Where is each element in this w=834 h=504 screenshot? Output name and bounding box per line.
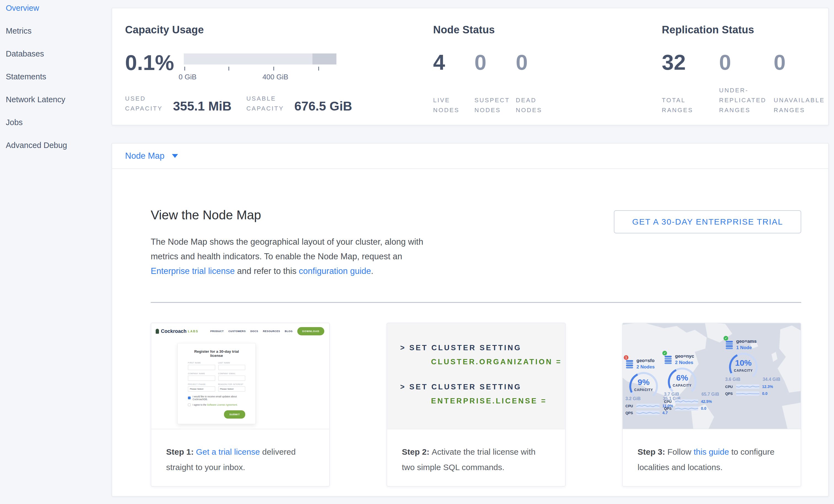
step-2-card: > SET CLUSTER SETTING CLUSTER.ORGANIZATI… [387, 323, 566, 487]
node-map-panel: Node Map View the Node Map The Node Map … [112, 143, 829, 497]
mini-text-input [218, 376, 245, 381]
configuration-guide-link[interactable]: configuration guide [299, 266, 371, 276]
dead-nodes-value: 0 [516, 51, 557, 73]
mini-select-input: Please Select [218, 386, 245, 392]
sidebar-item-databases[interactable]: Databases [6, 50, 112, 58]
capacity-gauge: 9% CAPACITY [629, 372, 658, 398]
mini-select-input: Please Select [188, 386, 215, 392]
sql-enterprise-license: ENTERPRISE.LICENSE = [431, 397, 565, 406]
axis-tick [318, 67, 319, 70]
registration-page-screenshot: Cockroach LABS PRODUCT CUSTOMERS DOCS RE… [151, 323, 329, 429]
mini-checkbox-email-updates: I would like to receive email updates ab… [188, 395, 245, 401]
mini-registration-form: Register for a 30-day trial license FIRS… [177, 343, 256, 424]
qps-value: 0.0 [762, 391, 767, 396]
mini-nav-docs: DOCS [250, 330, 258, 333]
mini-form-title: Register for a 30-day trial license [188, 349, 245, 358]
locality-node-count: 2 Nodes [675, 360, 721, 366]
mini-field-label: REASON FOR INTEREST [218, 383, 245, 385]
mini-nav-blog: BLOG [285, 330, 292, 333]
gauge-percent: 10% [729, 358, 758, 368]
caret-down-icon [172, 154, 178, 158]
step-1-card: Cockroach LABS PRODUCT CUSTOMERS DOCS RE… [151, 323, 330, 487]
gauge-label: CAPACITY [668, 384, 697, 388]
sidebar-item-overview[interactable]: Overview [6, 4, 112, 12]
qps-sparkline [736, 391, 759, 396]
cluster-summary-panel: Capacity Usage 0.1% 0 GiB 400 GiB [112, 8, 829, 125]
mini-submit-button: SUBMIT [224, 410, 245, 419]
mini-checkbox-license: I agree to the Software License Agreemen… [188, 403, 245, 406]
gauge-percent: 9% [629, 377, 658, 387]
mini-field-reason: REASON FOR INTEREST Please Select [218, 383, 245, 392]
capacity-total: 34.4 GiB [763, 377, 780, 382]
mini-nav-product: PRODUCT [210, 330, 224, 333]
enterprise-trial-license-link[interactable]: Enterprise trial license [151, 266, 235, 276]
get-trial-license-link[interactable]: Get a trial license [196, 447, 260, 456]
sidebar-item-jobs[interactable]: Jobs [6, 118, 112, 127]
mini-field-label: COMPANY NAME [188, 373, 215, 374]
mini-field-label: FIRST NAME [188, 362, 215, 364]
description-text: . [371, 266, 374, 276]
mini-nav-resources: RESOURCES [263, 330, 280, 333]
node-status-title: Node Status [433, 24, 557, 36]
main-content: Capacity Usage 0.1% 0 GiB 400 GiB [112, 0, 829, 497]
sidebar-item-advanced-debug[interactable]: Advanced Debug [6, 141, 112, 149]
healthy-check-icon [662, 351, 667, 355]
description-text: and refer to this [235, 266, 299, 276]
db-console-overview-page: Overview Metrics Databases Statements Ne… [0, 0, 834, 504]
cpu-sparkline [636, 404, 660, 408]
live-nodes-value: 4 [433, 51, 475, 73]
sidebar-item-network-latency[interactable]: Network Latency [6, 95, 112, 104]
this-guide-link[interactable]: this guide [694, 447, 729, 456]
database-stack-icon [664, 356, 672, 365]
used-capacity-value: 355.1 MiB [173, 100, 232, 112]
mini-text-input [188, 376, 215, 381]
node-map-toolbar: Node Map [112, 144, 828, 169]
axis-tick [273, 67, 274, 70]
node-map-dropdown-label: Node Map [125, 151, 164, 161]
logo-text: Cockroach [161, 328, 186, 334]
under-replicated-ranges-stat: 0 UNDER- REPLICATED RANGES [719, 51, 774, 115]
sidebar-item-statements[interactable]: Statements [6, 72, 112, 81]
step-3-text: Follow [667, 447, 694, 456]
sidebar-item-metrics[interactable]: Metrics [6, 27, 112, 35]
gauge-label: CAPACITY [629, 388, 658, 392]
capacity-usage-title: Capacity Usage [125, 24, 431, 36]
checkbox-checked-icon [188, 396, 191, 399]
gauge-percent: 6% [668, 373, 697, 382]
healthy-check-icon [724, 336, 728, 341]
mini-text-input [218, 365, 245, 370]
live-nodes-stat: 4 LIVE NODES [433, 51, 475, 115]
mini-field-company-email: COMPANY EMAIL [218, 373, 245, 381]
cockroach-bug-icon [156, 329, 159, 334]
node-map-content: View the Node Map The Node Map shows the… [112, 169, 828, 487]
locality-name: geo=nyc [675, 353, 721, 359]
locality-widget-nyc: geo=nyc 2 Nodes 6% CAPACITY [664, 353, 721, 411]
mini-site-nav: PRODUCT CUSTOMERS DOCS RESOURCES BLOG DO… [210, 327, 324, 335]
qps-label: QPS [626, 411, 636, 415]
live-nodes-label: LIVE NODES [433, 95, 475, 115]
mini-checkbox-label: I would like to receive email updates ab… [193, 395, 245, 401]
axis-tick-label: 400 GiB [262, 73, 288, 81]
qps-label: QPS [664, 407, 675, 411]
mini-field-first-name: FIRST NAME [188, 362, 215, 370]
cpu-value: 12.3% [762, 385, 773, 389]
step-2-label: Step 2: [402, 447, 432, 456]
database-stack-icon [726, 341, 733, 350]
usable-capacity-stat: USABLE CAPACITY 676.5 GiB [246, 94, 352, 113]
node-map-dropdown[interactable]: Node Map [125, 151, 178, 161]
suspect-nodes-label: SUSPECT NODES [475, 95, 516, 115]
mini-field-last-name: LAST NAME [218, 362, 245, 370]
checkbox-unchecked-icon [188, 403, 191, 406]
usable-capacity-value: 676.5 GiB [294, 100, 352, 112]
total-ranges-stat: 32 TOTAL RANGES [662, 51, 719, 115]
dead-nodes-stat: 0 DEAD NODES [516, 51, 557, 115]
enterprise-trial-button[interactable]: GET A 30-DAY ENTERPRISE TRIAL [614, 210, 801, 234]
replication-status-section: Replication Status 32 TOTAL RANGES 0 UND… [662, 8, 832, 115]
qps-label: QPS [725, 392, 736, 396]
locality-name: geo=ams [736, 339, 782, 344]
total-ranges-value: 32 [662, 51, 719, 73]
capacity-percent: 0.1% [125, 51, 184, 74]
sql-commands-illustration: > SET CLUSTER SETTING CLUSTER.ORGANIZATI… [387, 323, 565, 429]
mini-download-button: DOWNLOAD [297, 327, 324, 335]
capacity-bar-other-usage [312, 53, 336, 65]
